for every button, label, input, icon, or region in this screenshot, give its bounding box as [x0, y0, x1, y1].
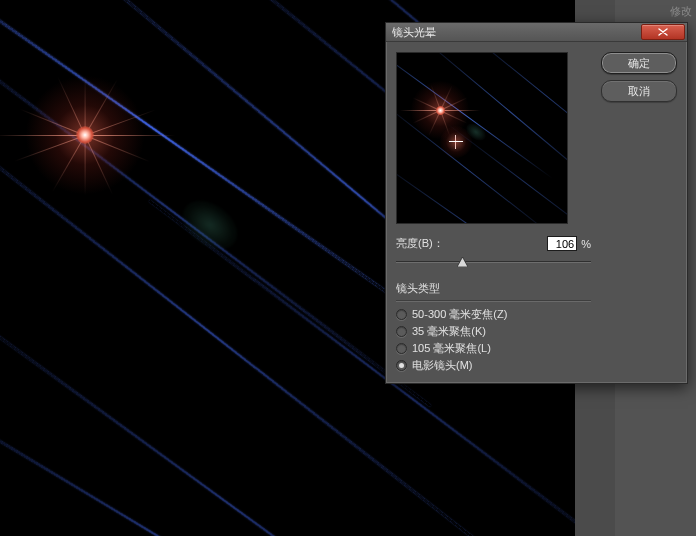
- flare-preview[interactable]: [396, 52, 568, 224]
- flare-center-crosshair: [452, 138, 460, 146]
- lens-type-option[interactable]: 电影镜头(M): [396, 358, 591, 373]
- dialog-title: 镜头光晕: [392, 23, 436, 41]
- brightness-label: 亮度(B)：: [396, 236, 444, 251]
- lens-flare-dialog: 镜头光晕: [385, 22, 688, 384]
- radio-icon: [396, 326, 407, 337]
- brightness-input[interactable]: [547, 236, 577, 251]
- lens-type-option[interactable]: 35 毫米聚焦(K): [396, 324, 591, 339]
- close-icon: [658, 28, 668, 36]
- lens-type-option-label: 50-300 毫米变焦(Z): [412, 307, 507, 322]
- ok-button[interactable]: 确定: [601, 52, 677, 74]
- svg-marker-0: [457, 257, 468, 267]
- panel-tab-label[interactable]: 修改: [670, 4, 692, 19]
- close-button[interactable]: [641, 24, 685, 40]
- dialog-titlebar[interactable]: 镜头光晕: [386, 23, 687, 42]
- lens-type-legend: 镜头类型: [396, 281, 591, 296]
- cancel-button[interactable]: 取消: [601, 80, 677, 102]
- brightness-slider[interactable]: [396, 255, 591, 269]
- slider-thumb[interactable]: [457, 257, 468, 267]
- lens-type-option[interactable]: 50-300 毫米变焦(Z): [396, 307, 591, 322]
- lens-type-option-label: 105 毫米聚焦(L): [412, 341, 491, 356]
- percent-suffix: %: [581, 238, 591, 250]
- lens-ghost: [174, 191, 246, 259]
- lens-type-option-label: 电影镜头(M): [412, 358, 473, 373]
- radio-icon: [396, 360, 407, 371]
- lens-type-radiogroup: 50-300 毫米变焦(Z)35 毫米聚焦(K)105 毫米聚焦(L)电影镜头(…: [396, 307, 591, 373]
- lens-type-option-label: 35 毫米聚焦(K): [412, 324, 486, 339]
- radio-icon: [396, 343, 407, 354]
- lens-type-option[interactable]: 105 毫米聚焦(L): [396, 341, 591, 356]
- group-separator: [396, 300, 591, 301]
- light-streak: [0, 0, 408, 307]
- light-streak: [0, 380, 449, 536]
- radio-icon: [396, 309, 407, 320]
